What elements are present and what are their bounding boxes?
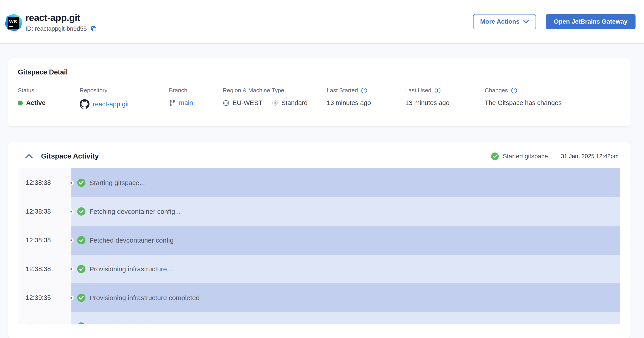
collapse-activity-button[interactable] (25, 154, 33, 159)
log-time: 12:39:35 (18, 283, 72, 312)
log-row: 12:38:38 Fetching devcontainer config... (18, 197, 620, 226)
status-label: Status (18, 87, 46, 94)
copy-icon (90, 25, 97, 32)
open-jetbrains-gateway-button[interactable]: Open JetBrains Gateway (546, 14, 636, 29)
chevron-down-icon (523, 20, 529, 23)
log-message: Provisioning infrastructure completed (90, 294, 200, 302)
header-title-group: WS react-app.git ID: reactappgit-bn9d55 (5, 11, 97, 32)
gitspace-activity-title: Gitspace Activity (41, 152, 99, 160)
log-time: 12:38:38 (18, 226, 72, 255)
log-row: 12:39:35 Provisioning infrastructure com… (18, 283, 620, 312)
info-icon[interactable] (361, 87, 367, 94)
repository-link[interactable]: react-app.git (93, 101, 129, 108)
activity-log-list: 12:38:38 Starting gitspace... 12:38:38 F… (18, 168, 620, 325)
repository-label: Repository (80, 87, 129, 94)
check-circle-icon (77, 207, 86, 216)
log-content: Provisioning infrastructure completed (72, 283, 620, 312)
log-time: 12:38:38 (18, 197, 72, 226)
more-actions-label: More Actions (480, 18, 520, 25)
chevron-up-icon (25, 154, 33, 159)
timeline-dot-icon (69, 267, 74, 271)
log-row: 12:38:38 Provisioning infrastructure... (18, 255, 620, 283)
gitspace-activity-card: Gitspace Activity Started gitspace 31 Ja… (8, 142, 630, 338)
field-region-machine: Region & Machine Type EU-WEST (223, 87, 308, 107)
activity-started-at: 31 Jan, 2025 12:42pm (561, 153, 618, 160)
page-header: WS react-app.git ID: reactappgit-bn9d55 … (0, 0, 644, 44)
machine-type-value: Standard (282, 99, 308, 107)
field-last-started: Last Started 13 minutes ago (327, 87, 371, 107)
field-branch: Branch main (169, 87, 193, 107)
check-circle-icon (77, 265, 86, 273)
log-message: Fetched devcontainer config (90, 237, 174, 244)
field-last-used: Last Used 13 minutes ago (405, 87, 450, 107)
last-used-label: Last Used (405, 87, 431, 94)
webstorm-icon-badge: WS (8, 17, 19, 29)
field-status: Status Active (18, 87, 46, 107)
changes-label: Changes (485, 87, 508, 94)
github-icon (80, 99, 90, 109)
log-content: Fetched devcontainer config (72, 226, 620, 255)
gitspace-id: ID: reactappgit-bn9d55 (26, 25, 87, 32)
log-row: 12:38:38 Fetched devcontainer config (18, 226, 620, 255)
page-title: react-app.git (26, 12, 97, 23)
machine-chip-icon (272, 100, 278, 106)
open-jetbrains-gateway-label: Open JetBrains Gateway (554, 18, 628, 25)
last-started-value: 13 minutes ago (327, 99, 371, 107)
timeline-dot-icon (69, 181, 74, 185)
timeline-dot-icon (69, 238, 74, 243)
log-message: Starting gitspace... (90, 179, 145, 187)
branch-link[interactable]: main (179, 99, 193, 107)
info-icon[interactable] (511, 87, 517, 94)
status-value: Active (26, 99, 46, 107)
log-time: 12:38:38 (18, 168, 72, 197)
gitspace-detail-title: Gitspace Detail (18, 68, 68, 76)
gitspace-detail-card: Gitspace Detail Status Active Repository… (8, 58, 630, 126)
last-started-label: Last Started (327, 87, 358, 94)
webstorm-icon-dash (9, 26, 13, 27)
log-message: Fetching devcontainer config... (90, 208, 181, 215)
info-icon[interactable] (434, 87, 441, 94)
webstorm-icon: WS (5, 14, 22, 31)
git-branch-icon (169, 100, 176, 106)
last-used-value: 13 minutes ago (405, 99, 450, 107)
log-time: 12:38:38 (18, 255, 72, 283)
check-circle-icon (77, 294, 86, 302)
region-machine-label: Region & Machine Type (223, 87, 308, 94)
log-content: Starting gitspace... (72, 168, 620, 197)
changes-value: The Gitspace has changes (485, 99, 562, 107)
check-circle-icon (491, 152, 499, 160)
more-actions-button[interactable]: More Actions (473, 14, 536, 29)
timeline-dot-icon (69, 209, 74, 214)
log-message: Provisioning infrastructure... (90, 265, 172, 273)
check-circle-icon (77, 323, 86, 325)
log-row: 12:38:38 Starting gitspace... (18, 168, 620, 197)
log-time: 12:39:36 (18, 312, 72, 325)
globe-icon (223, 100, 230, 106)
log-row: 12:39:36 Connecting to the gitspace agen… (18, 312, 620, 325)
check-circle-icon (77, 236, 86, 244)
log-content: Provisioning infrastructure... (72, 255, 620, 283)
branch-label: Branch (169, 87, 193, 94)
activity-status-text: Started gitspace (503, 153, 548, 160)
check-circle-icon (77, 179, 86, 187)
log-content: Connecting to the gitspace agent... (72, 312, 620, 325)
log-message: Connecting to the gitspace agent... (90, 323, 193, 325)
field-repository: Repository react-app.git (80, 87, 129, 109)
copy-id-button[interactable] (90, 25, 97, 32)
field-changes: Changes The Gitspace has changes (485, 87, 562, 107)
status-dot-icon (18, 101, 23, 105)
region-value: EU-WEST (232, 99, 262, 107)
timeline-dot-icon (69, 296, 74, 300)
webstorm-icon-label: WS (9, 19, 17, 24)
log-content: Fetching devcontainer config... (72, 197, 620, 226)
